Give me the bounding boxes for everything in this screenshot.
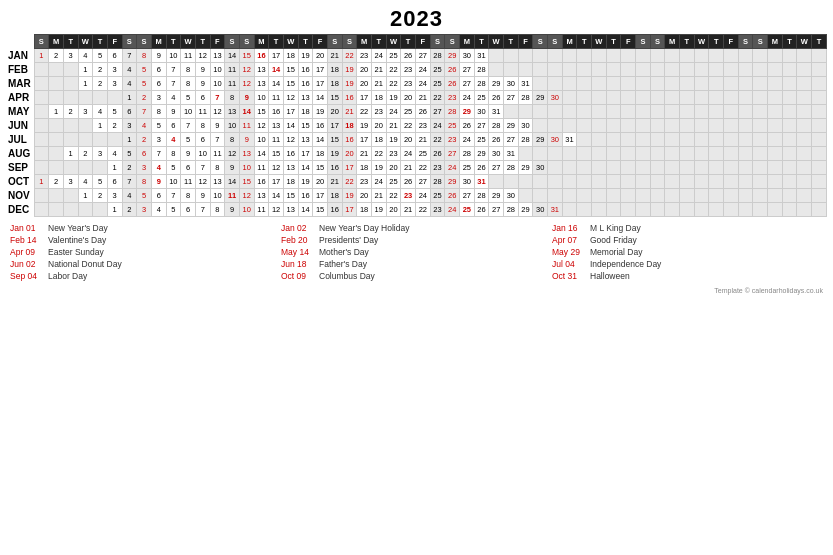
day-cell: 21	[386, 119, 401, 133]
day-cell	[49, 203, 64, 217]
day-cell	[577, 189, 592, 203]
day-cell	[797, 77, 812, 91]
day-cell: 17	[357, 133, 372, 147]
dow-header-33: F	[518, 35, 533, 49]
month-label-feb: FEB	[6, 63, 34, 77]
day-cell: 8	[225, 133, 240, 147]
day-cell: 4	[78, 175, 93, 189]
day-cell: 29	[518, 203, 533, 217]
day-cell: 17	[298, 147, 313, 161]
day-cell: 7	[210, 133, 225, 147]
day-cell: 21	[415, 133, 430, 147]
day-cell: 11	[239, 119, 254, 133]
day-cell: 12	[283, 133, 298, 147]
day-cell: 13	[254, 189, 269, 203]
day-cell: 19	[386, 91, 401, 105]
day-cell: 28	[474, 63, 489, 77]
holiday-name: Independence Day	[590, 259, 661, 269]
day-cell: 3	[78, 105, 93, 119]
day-cell: 15	[269, 147, 284, 161]
day-cell	[78, 133, 93, 147]
holiday-date: Jan 16	[552, 223, 590, 233]
day-cell: 11	[225, 189, 240, 203]
day-cell	[63, 91, 78, 105]
dow-header-31: W	[489, 35, 504, 49]
dow-header-29: M	[459, 35, 474, 49]
day-cell: 1	[78, 63, 93, 77]
day-cell	[812, 63, 827, 77]
day-cell	[49, 91, 64, 105]
day-cell: 10	[225, 119, 240, 133]
day-cell	[577, 63, 592, 77]
day-cell: 5	[181, 133, 196, 147]
dow-header-41: S	[636, 35, 651, 49]
day-cell: 1	[63, 147, 78, 161]
day-cell	[709, 91, 724, 105]
month-label-sep: SEP	[6, 161, 34, 175]
day-cell	[782, 147, 797, 161]
day-cell: 21	[342, 105, 357, 119]
day-cell	[694, 77, 709, 91]
day-cell: 17	[313, 63, 328, 77]
day-cell: 23	[445, 133, 460, 147]
day-cell	[636, 161, 651, 175]
day-cell	[768, 175, 783, 189]
dow-header-21: S	[342, 35, 357, 49]
day-cell: 1	[93, 119, 108, 133]
day-cell	[738, 119, 753, 133]
day-cell: 18	[371, 91, 386, 105]
dow-header-5: F	[107, 35, 122, 49]
day-cell	[724, 49, 739, 63]
day-cell	[621, 119, 636, 133]
day-cell: 16	[327, 203, 342, 217]
day-cell: 9	[151, 175, 166, 189]
day-cell: 7	[195, 203, 210, 217]
day-cell: 19	[357, 119, 372, 133]
day-cell	[768, 203, 783, 217]
day-cell: 6	[122, 105, 137, 119]
day-cell: 22	[357, 105, 372, 119]
day-cell: 9	[239, 133, 254, 147]
day-cell: 17	[283, 105, 298, 119]
dow-header-44: T	[680, 35, 695, 49]
day-cell	[812, 175, 827, 189]
day-cell	[562, 189, 577, 203]
day-cell: 11	[254, 161, 269, 175]
day-cell: 19	[342, 189, 357, 203]
day-cell	[724, 161, 739, 175]
day-cell	[753, 147, 768, 161]
day-cell	[812, 161, 827, 175]
day-cell: 5	[151, 119, 166, 133]
day-cell	[680, 91, 695, 105]
holiday-row: Feb 20Presidents' Day	[281, 235, 552, 245]
day-cell	[782, 49, 797, 63]
day-cell: 12	[283, 91, 298, 105]
day-cell: 19	[327, 147, 342, 161]
day-cell: 25	[474, 91, 489, 105]
day-cell	[533, 105, 548, 119]
day-cell	[636, 63, 651, 77]
day-cell: 2	[137, 91, 152, 105]
day-cell: 15	[283, 77, 298, 91]
day-cell	[606, 91, 621, 105]
day-cell: 8	[210, 161, 225, 175]
day-cell: 26	[489, 91, 504, 105]
month-label-aug: AUG	[6, 147, 34, 161]
day-cell: 27	[489, 161, 504, 175]
day-cell	[694, 91, 709, 105]
day-cell: 5	[93, 175, 108, 189]
day-cell: 8	[151, 105, 166, 119]
day-cell: 18	[342, 119, 357, 133]
day-cell: 28	[474, 77, 489, 91]
day-cell: 6	[195, 133, 210, 147]
day-cell	[606, 147, 621, 161]
holidays-section: Jan 01New Year's DayFeb 14Valentine's Da…	[0, 217, 833, 285]
day-cell: 11	[181, 49, 196, 63]
day-cell: 18	[313, 147, 328, 161]
day-cell: 6	[151, 77, 166, 91]
header-spacer	[6, 35, 34, 49]
day-cell: 21	[327, 175, 342, 189]
holiday-row: Jan 02New Year's Day Holiday	[281, 223, 552, 233]
day-cell: 22	[415, 203, 430, 217]
day-cell: 14	[269, 77, 284, 91]
